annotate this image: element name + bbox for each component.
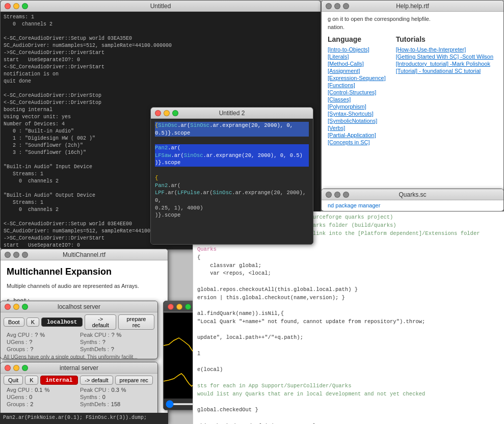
terminal-line: <-SC_CoreAudioDriver::DriverStop <box>4 92 317 99</box>
code-line: al.findQuark(name)).isNil,{ <box>197 310 500 318</box>
prepare-rec-button[interactable]: prepare rec <box>118 314 154 330</box>
minimize-button[interactable] <box>164 110 170 116</box>
k-button[interactable]: K <box>26 317 39 327</box>
code-line: 0.25, 1), 4000) <box>155 204 309 212</box>
terminal-line: <-SC_CoreAudioDriver::DriverStart <box>4 64 317 71</box>
tutorial-link[interactable]: [How-to-Use-the-Interpreter] <box>396 46 493 52</box>
code-line: l <box>197 350 500 358</box>
peak-cpu-val: ? <box>111 332 114 338</box>
help-link[interactable]: [Concepts in SC] <box>328 139 386 145</box>
maximize-button[interactable] <box>343 192 349 198</box>
maximize-button[interactable] <box>22 304 28 310</box>
close-button[interactable] <box>326 192 332 198</box>
tutorial-link[interactable]: [Tutorial] - foundational SC tutorial <box>396 68 493 74</box>
untitled2-titlebar: Untitled 2 <box>151 108 313 119</box>
code-line <box>197 374 500 382</box>
code-line <box>197 326 500 334</box>
code-line: global.repos.checkoutAll(this.global.loc… <box>197 286 500 294</box>
maximize-button[interactable] <box>172 110 178 116</box>
minimize-button[interactable] <box>176 304 182 310</box>
close-button[interactable] <box>5 252 11 258</box>
close-button[interactable] <box>155 110 161 116</box>
quarks-sc-title: Quarks.sc <box>399 191 426 198</box>
minimize-button[interactable] <box>13 3 19 9</box>
peak-cpu-unit: % <box>117 332 122 338</box>
ugens-label: UGens : <box>7 394 27 400</box>
traffic-lights <box>5 365 28 371</box>
code-line: ersion | this.global.checkout(name,versi… <box>197 294 500 302</box>
bottom-code-bar[interactable]: Pan2.ar(PinkNoise.ar(0.1); FSinOsc.kr(3)… <box>0 413 168 424</box>
traffic-lights <box>168 304 191 310</box>
help-link[interactable]: [Assignment] <box>328 68 386 74</box>
synthdefs-label: SynthDefs : <box>80 401 109 407</box>
terminal-line: SC_AudioDriver: numSamples=512, sampleRa… <box>4 42 317 49</box>
ugens-val: ? <box>29 339 32 345</box>
minimize-button[interactable] <box>334 192 340 198</box>
code-line: 0.5)}.scope <box>155 129 309 137</box>
default-button[interactable]: -> default <box>80 376 113 385</box>
help-link[interactable]: [Intro-to-Objects] <box>328 46 386 52</box>
untitled2-title: Untitled 2 <box>219 110 245 117</box>
minimize-button[interactable] <box>334 3 340 9</box>
code-line: {SinOsc.ar(SinOsc.ar.exprange(20, 2000),… <box>155 122 309 129</box>
k-button[interactable]: K <box>25 376 38 385</box>
close-button[interactable] <box>168 304 174 310</box>
close-button[interactable] <box>5 365 11 371</box>
close-button[interactable] <box>5 3 11 9</box>
avg-cpu-val: ? <box>35 332 38 338</box>
tutorial-link[interactable]: [Getting Started With SC] -Scott Wilson <box>396 54 493 60</box>
synthdefs-val: ? <box>111 346 114 352</box>
peak-cpu-label: Peak CPU : <box>80 332 109 338</box>
help-link[interactable]: [Partial-Application] <box>328 132 386 138</box>
maximize-button[interactable] <box>343 3 349 9</box>
ugens-row: UGens : 0 <box>7 394 78 400</box>
groups-val: 2 <box>30 401 33 407</box>
groups-val: ? <box>30 346 33 352</box>
maximize-button[interactable] <box>22 3 28 9</box>
peak-cpu-row: Peak CPU : 0.3 % <box>80 387 151 393</box>
code-line: this.checkedOut.do { |q| q.postDesc }; <box>197 422 500 425</box>
maximize-button[interactable] <box>185 304 191 310</box>
help-link[interactable]: [Functions] <box>328 82 386 88</box>
help-link[interactable]: [Syntax-Shortcuts] <box>328 111 386 117</box>
synths-label: Synths : <box>80 394 100 400</box>
minimize-button[interactable] <box>13 252 19 258</box>
minimize-button[interactable] <box>13 365 19 371</box>
help-link[interactable]: [SymbolicNotations] <box>328 118 386 124</box>
code-line: global.checkedOut } <box>197 406 500 414</box>
ugens-row: UGens : ? <box>7 339 78 345</box>
multichannel-body: Multiple channels of audio are represent… <box>7 282 162 290</box>
code-line <box>197 342 500 350</box>
help-link[interactable]: [Method-Calls] <box>328 61 386 67</box>
synths-row: Synths : ? <box>80 339 151 345</box>
maximize-button[interactable] <box>22 365 28 371</box>
internal-btn-row: Quit K internal -> default prepare rec <box>4 376 154 385</box>
help-link[interactable]: [Expression-Sequence] <box>328 75 386 81</box>
help-link[interactable]: [Verbs] <box>328 125 386 131</box>
tutorial-link[interactable]: [Introductory_tutorial] -Mark Polishook <box>396 61 493 67</box>
traffic-lights <box>155 110 178 116</box>
close-button[interactable] <box>5 304 11 310</box>
multichannel-heading: Multichannel Expansion <box>7 266 162 278</box>
help-content[interactable]: g on it to open the corresponding helpfi… <box>322 12 503 211</box>
synthdefs-val: 158 <box>111 401 120 407</box>
prepare-rec-button[interactable]: prepare rec <box>115 376 153 385</box>
boot-button[interactable]: Boot <box>4 317 24 327</box>
close-button[interactable] <box>326 3 332 9</box>
quit-button[interactable]: Quit <box>4 376 23 385</box>
help-intro: g on it to open the corresponding helpfi… <box>328 16 497 22</box>
help-link[interactable]: [Control-Structures] <box>328 89 386 95</box>
traffic-lights <box>5 252 28 258</box>
terminal-line: start UseSeparateIO?: 0 <box>4 57 317 64</box>
help-link[interactable]: [Classes] <box>328 96 386 102</box>
traffic-lights <box>326 3 349 9</box>
minimize-button[interactable] <box>13 304 19 310</box>
maximize-button[interactable] <box>22 252 28 258</box>
default-button[interactable]: -> default <box>85 314 116 330</box>
help-link[interactable]: [Literals] <box>328 54 386 60</box>
terminal-line: <-SC_CoreAudioDriver::DriverStop <box>4 99 317 107</box>
help-link[interactable]: [Polymorphism] <box>328 103 386 110</box>
peak-cpu-row: Peak CPU : ? % <box>80 332 151 338</box>
untitled2-content[interactable]: {SinOsc.ar(SinOsc.ar.exprange(20, 2000),… <box>151 119 313 244</box>
terminal-line <box>4 28 317 35</box>
